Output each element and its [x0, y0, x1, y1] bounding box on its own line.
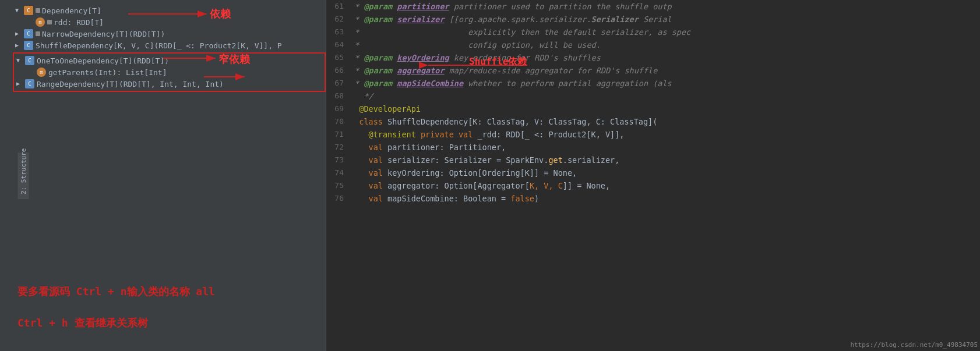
code-line-70: 70 class ShuffleDependency[K: ClassTag, …: [326, 115, 980, 128]
code-line-72: 72 val partitioner: Partitioner,: [326, 141, 980, 154]
tree-item-onetoone[interactable]: C OneToOneDependency[T](RDD[T]): [14, 55, 325, 66]
arrow-right-icon: [15, 42, 22, 49]
tree-item-getparents[interactable]: m getParents(Int): List[Int]: [26, 66, 325, 78]
lock-icon: [47, 20, 52, 24]
tree-item-rdd[interactable]: m rdd: RDD[T]: [24, 16, 326, 28]
line-content: */: [350, 90, 980, 102]
tree-area: C Dependency[T] m rdd: RDD[T] C NarrowDe…: [13, 0, 326, 98]
line-number: 70: [326, 115, 350, 128]
line-number: 72: [326, 141, 350, 154]
item-label: OneToOneDependency[T](RDD[T]): [37, 56, 169, 65]
code-area: 61 * @param partitioner partitioner used…: [326, 0, 980, 205]
line-content: val serializer: Serializer = SparkEnv.ge…: [350, 154, 980, 166]
method-icon: m: [37, 68, 46, 77]
tree-item-dep-t[interactable]: C Dependency[T]: [13, 5, 326, 16]
code-line-61: 61 * @param partitioner partitioner used…: [326, 0, 980, 13]
line-number: 66: [326, 64, 350, 77]
tree-item-narrow[interactable]: C NarrowDependency[T](RDD[T]): [13, 28, 326, 40]
line-number: 65: [326, 51, 350, 64]
instruction-line3: Ctrl + h 查看继承关系树: [17, 313, 215, 334]
line-number: 71: [326, 128, 350, 141]
left-panel: 2: Structure C Dependency[T] m rdd: RDD[…: [0, 0, 326, 351]
code-line-68: 68 */: [326, 90, 980, 102]
arrow-down-icon: [15, 7, 22, 14]
line-number: 68: [326, 90, 350, 102]
item-label: ShuffleDependency[K, V, C](RDD[_ <: Prod…: [36, 41, 282, 50]
line-number: 64: [326, 38, 350, 51]
code-line-66: 66 * @param aggregator map/reduce-side a…: [326, 64, 980, 77]
tree-item-shuffle[interactable]: C ShuffleDependency[K, V, C](RDD[_ <: Pr…: [13, 40, 326, 51]
line-number: 75: [326, 179, 350, 192]
code-line-69: 69 @DeveloperApi: [326, 102, 980, 115]
item-label: NarrowDependency[T](RDD[T]): [42, 30, 165, 38]
line-number: 67: [326, 77, 350, 90]
item-label: RangeDependency[T](RDD[T], Int, Int, Int…: [37, 80, 224, 88]
class-icon: C: [25, 56, 34, 65]
line-content: val mapSideCombine: Boolean = false): [350, 192, 980, 205]
class-icon: C: [24, 6, 33, 15]
line-content: * @param serializer [[org.apache.spark.s…: [350, 13, 980, 26]
right-panel: 61 * @param partitioner partitioner used…: [326, 0, 980, 351]
method-icon: m: [36, 17, 45, 27]
line-number: 74: [326, 166, 350, 179]
item-label: rdd: RDD[T]: [54, 18, 104, 27]
item-label: Dependency[T]: [42, 6, 101, 15]
code-line-62: 62 * @param serializer [[org.apache.spar…: [326, 13, 980, 26]
code-line-75: 75 val aggregator: Option[Aggregator[K, …: [326, 179, 980, 192]
code-line-63: 63 * explicitly then the default seriali…: [326, 26, 980, 38]
line-content: class ShuffleDependency[K: ClassTag, V: …: [350, 115, 980, 128]
code-line-71: 71 @transient private val _rdd: RDD[_ <:…: [326, 128, 980, 141]
watermark: https://blog.csdn.net/m0_49834705: [850, 341, 978, 349]
arrow-down-icon: [16, 57, 23, 64]
class-icon: C: [24, 29, 33, 38]
line-content: * @param partitioner partitioner used to…: [350, 0, 980, 13]
code-line-73: 73 val serializer: Serializer = SparkEnv…: [326, 154, 980, 166]
line-number: 63: [326, 26, 350, 38]
instruction-line1: 要多看源码 Ctrl + n输入类的名称 all: [17, 281, 215, 302]
tree-item-range[interactable]: C RangeDependency[T](RDD[T], Int, Int, I…: [14, 78, 325, 90]
lock-icon: [36, 31, 40, 36]
code-line-64: 64 * config option, will be used.: [326, 38, 980, 51]
line-content: val aggregator: Option[Aggregator[K, V, …: [350, 179, 980, 192]
arrow-right-icon: [15, 30, 22, 37]
item-label: getParents(Int): List[Int]: [48, 68, 167, 77]
class-icon: C: [24, 41, 33, 50]
line-content: * @param aggregator map/reduce-side aggr…: [350, 64, 980, 77]
line-content: * explicitly then the default serializer…: [350, 26, 980, 38]
highlighted-group: C OneToOneDependency[T](RDD[T]) m getPar…: [13, 52, 326, 92]
structure-tab[interactable]: 2: Structure: [18, 153, 29, 199]
class-icon: C: [25, 79, 34, 88]
lock-icon: [36, 8, 40, 13]
arrow-right-icon: [16, 80, 23, 87]
line-number: 76: [326, 192, 350, 205]
line-number: 73: [326, 154, 350, 166]
line-content: @transient private val _rdd: RDD[_ <: Pr…: [350, 128, 980, 141]
code-line-67: 67 * @param mapSideCombine whether to pe…: [326, 77, 980, 90]
line-number: 62: [326, 13, 350, 26]
line-content: @DeveloperApi: [350, 102, 980, 115]
code-line-65: 65 * @param keyOrdering key ordering for…: [326, 51, 980, 64]
line-content: val partitioner: Partitioner,: [350, 141, 980, 154]
code-line-74: 74 val keyOrdering: Option[Ordering[K]] …: [326, 166, 980, 179]
bottom-instructions: 要多看源码 Ctrl + n输入类的名称 all Ctrl + h 查看继承关系…: [17, 281, 215, 334]
line-content: * @param keyOrdering key ordering for RD…: [350, 51, 980, 64]
line-content: val keyOrdering: Option[Ordering[K]] = N…: [350, 166, 980, 179]
line-number: 69: [326, 102, 350, 115]
line-content: * @param mapSideCombine whether to perfo…: [350, 77, 980, 90]
line-content: * config option, will be used.: [350, 38, 980, 51]
code-line-76: 76 val mapSideCombine: Boolean = false): [326, 192, 980, 205]
line-number: 61: [326, 0, 350, 13]
